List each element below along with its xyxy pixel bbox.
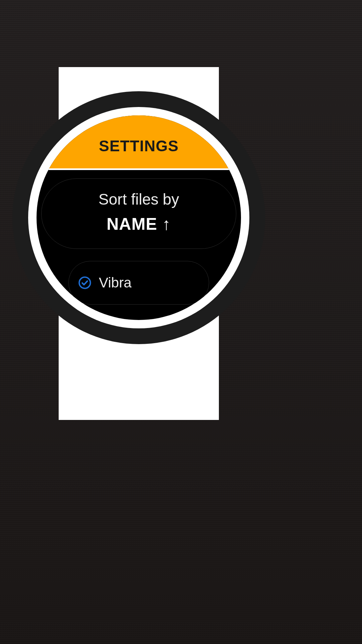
device-frame: SETTINGS Sort files by NAME ↑ bbox=[0, 0, 362, 644]
settings-header: SETTINGS bbox=[37, 115, 241, 168]
sort-files-button[interactable]: Sort files by NAME ↑ bbox=[41, 178, 236, 249]
watch-face[interactable]: SETTINGS Sort files by NAME ↑ bbox=[37, 115, 241, 320]
header-divider bbox=[37, 168, 241, 170]
page-title: SETTINGS bbox=[99, 137, 179, 155]
checkmark-circle-icon bbox=[78, 276, 92, 289]
sort-value: NAME ↑ bbox=[55, 214, 223, 234]
vibra-label: Vibra bbox=[99, 275, 131, 291]
vibra-toggle-row[interactable]: Vibra bbox=[68, 261, 209, 305]
watch-ring: SETTINGS Sort files by NAME ↑ bbox=[28, 107, 249, 328]
watch-bezel: SETTINGS Sort files by NAME ↑ bbox=[12, 91, 265, 344]
sort-label: Sort files by bbox=[55, 190, 223, 208]
settings-list[interactable]: Sort files by NAME ↑ Vibra bbox=[37, 178, 241, 320]
